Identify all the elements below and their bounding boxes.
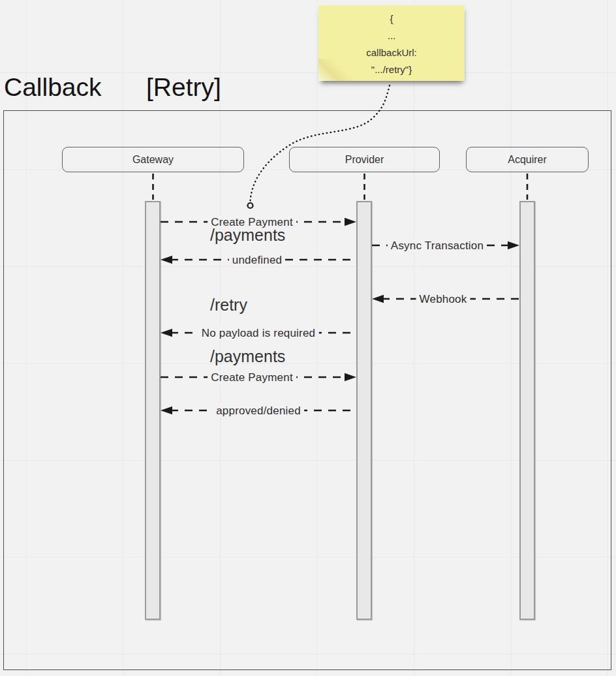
sticky-note-line: ...: [318, 27, 465, 44]
participant-label: Acquirer: [508, 154, 547, 166]
participant-provider[interactable]: Provider: [289, 147, 440, 172]
sticky-note-line: callbackUrl:: [318, 44, 465, 61]
diagram-title-main: Callback: [4, 73, 102, 102]
message-label[interactable]: approved/denied: [213, 404, 304, 418]
diagram-title: Callback [Retry]: [0, 73, 616, 107]
annotation-retry[interactable]: /retry: [210, 296, 247, 314]
participant-label: Provider: [345, 154, 384, 166]
annotation-payments-2[interactable]: /payments: [210, 347, 285, 365]
sticky-note-line: {: [318, 10, 465, 27]
message-label[interactable]: Async Transaction: [388, 239, 487, 253]
diagram-title-qualifier: [Retry]: [146, 73, 221, 102]
connector-endpoint-circle: [248, 203, 253, 208]
message-label[interactable]: Create Payment: [208, 371, 296, 384]
message-label[interactable]: Webhook: [416, 292, 470, 306]
participant-label: Gateway: [132, 154, 174, 166]
diagram-canvas: Create Payment Async Transaction undefin…: [0, 0, 616, 676]
participant-gateway[interactable]: Gateway: [62, 147, 244, 172]
message-label[interactable]: undefined: [229, 253, 285, 267]
annotation-payments-1[interactable]: /payments: [210, 226, 285, 244]
message-label[interactable]: No payload is required: [198, 326, 319, 340]
participant-acquirer[interactable]: Acquirer: [466, 147, 589, 172]
sticky-note[interactable]: { ... callbackUrl: ".../retry"}: [318, 5, 465, 81]
sticky-note-line: ".../retry"}: [318, 61, 465, 78]
